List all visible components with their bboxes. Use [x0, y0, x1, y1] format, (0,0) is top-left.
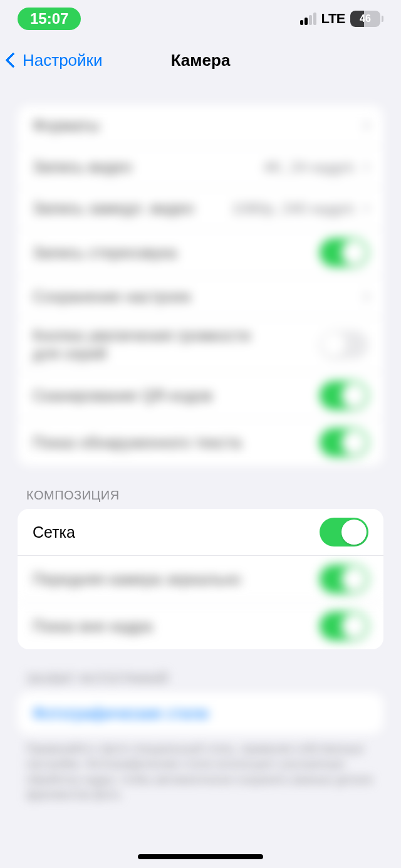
row-slomo[interactable]: Запись замедл. видео 1080p, 240 кадр/с: [18, 188, 383, 229]
row-label: Сетка: [33, 523, 75, 541]
settings-group-photo-capture-wrapper: ЗАХВАТ ФОТОГРАФИЙ Фотографические стили …: [0, 672, 401, 802]
chevron-left-icon: [5, 52, 21, 68]
network-type: LTE: [321, 11, 345, 27]
cellular-signal-icon: [300, 13, 316, 25]
chevron-right-icon: [360, 204, 370, 214]
row-label: Запись замедл. видео: [33, 199, 194, 217]
row-grid[interactable]: Сетка: [18, 509, 383, 556]
row-label: Сканирование QR-кодов: [33, 387, 212, 405]
row-outside[interactable]: Показ вне кадра: [18, 603, 383, 649]
row-stereo[interactable]: Запись стереозвука: [18, 229, 383, 276]
row-value: 1080p, 240 кадр/с: [232, 200, 355, 217]
row-label: Форматы: [33, 117, 100, 135]
settings-group-photo-capture: Фотографические стили: [18, 693, 383, 734]
battery-percentage: 46: [350, 11, 380, 27]
battery-icon: 46: [350, 11, 383, 27]
row-value: 4K, 24 кадр/с: [264, 159, 355, 176]
back-button[interactable]: Настройки: [8, 51, 103, 70]
row-label: Кнопка увеличения громкости для серий: [33, 327, 271, 363]
row-mirror[interactable]: Передняя камера зеркально: [18, 556, 383, 603]
row-label: Запись стереозвука: [33, 244, 177, 262]
footer-note: Применяйте к фото специальный стиль, при…: [26, 741, 375, 802]
row-label: Передняя камера зеркально: [33, 570, 241, 588]
row-qr[interactable]: Сканирование QR-кодов: [18, 372, 383, 419]
row-video[interactable]: Запись видео 4K, 24 кадр/с: [18, 147, 383, 188]
home-indicator[interactable]: [138, 854, 263, 859]
settings-group-composition: Сетка Передняя камера зеркально Показ вн…: [18, 509, 383, 649]
row-volume-burst[interactable]: Кнопка увеличения громкости для серий: [18, 318, 383, 372]
status-bar: 15:07 LTE 46: [0, 0, 401, 38]
toggle-outside[interactable]: [320, 612, 368, 641]
toggle-grid[interactable]: [320, 518, 368, 546]
row-label: Сохранение настроек: [33, 288, 191, 306]
row-label: Запись видео: [33, 158, 132, 176]
toggle-qr[interactable]: [320, 381, 368, 410]
row-label: Показ обнаруженного текста: [33, 434, 241, 452]
row-text-detect[interactable]: Показ обнаруженного текста: [18, 419, 383, 466]
toggle-text-detect[interactable]: [320, 428, 368, 457]
page-title: Камера: [171, 51, 231, 70]
chevron-right-icon: [360, 121, 370, 131]
row-formats[interactable]: Форматы: [18, 105, 383, 147]
chevron-right-icon: [360, 292, 370, 302]
toggle-volume-burst[interactable]: [320, 330, 368, 359]
section-header-capture: ЗАХВАТ ФОТОГРАФИЙ: [26, 672, 375, 686]
row-label: Показ вне кадра: [33, 617, 152, 635]
row-label: Фотографические стили: [33, 704, 209, 723]
row-photo-styles[interactable]: Фотографические стили: [18, 693, 383, 734]
nav-bar: Настройки Камера: [0, 38, 401, 83]
back-label: Настройки: [23, 51, 103, 70]
toggle-stereo[interactable]: [320, 238, 368, 267]
chevron-right-icon: [360, 162, 370, 172]
section-header-composition: КОМПОЗИЦИЯ: [26, 488, 375, 503]
toggle-mirror[interactable]: [320, 565, 368, 593]
settings-group-main: Форматы Запись видео 4K, 24 кадр/с Запис…: [18, 105, 383, 466]
time-pill: 15:07: [18, 8, 81, 30]
status-right: LTE 46: [300, 11, 383, 27]
row-preserve[interactable]: Сохранение настроек: [18, 276, 383, 318]
